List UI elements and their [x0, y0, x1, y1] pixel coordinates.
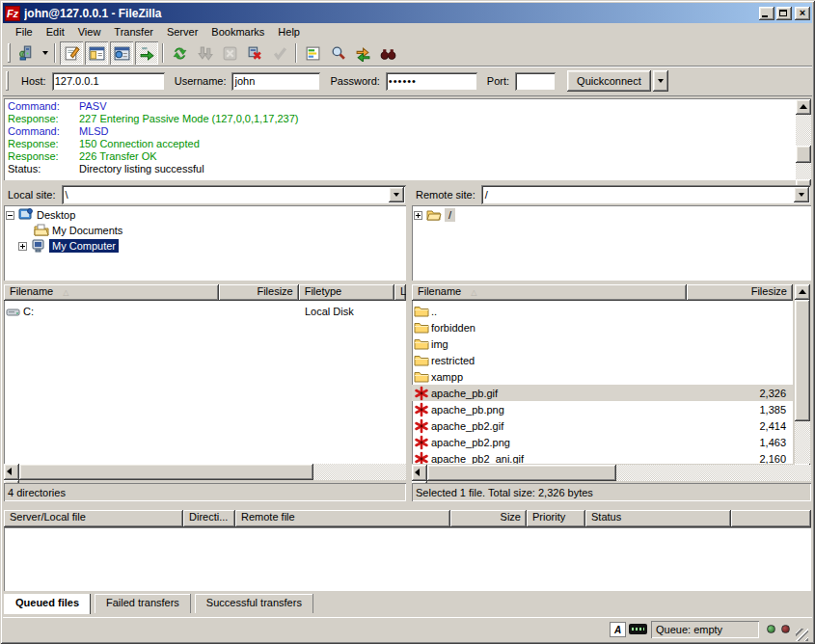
file-row[interactable]: xampp	[412, 368, 793, 385]
close-button[interactable]: ×	[795, 7, 810, 20]
file-name: apache_pb.gif	[431, 388, 498, 399]
file-row[interactable]: apache_pb2_ani.gif 2,160	[412, 450, 793, 464]
log-text: 226 Transfer OK	[79, 150, 157, 162]
menu-edit[interactable]: Edit	[40, 24, 71, 40]
refresh-button[interactable]	[168, 41, 191, 65]
file-row[interactable]: img	[412, 335, 793, 352]
ascii-datatype-icon[interactable]: A	[610, 622, 626, 637]
host-input[interactable]	[52, 72, 165, 91]
file-name: forbidden	[431, 322, 475, 334]
reconnect-button[interactable]	[268, 41, 291, 65]
menu-transfer[interactable]: Transfer	[107, 24, 160, 40]
chevron-down-icon	[658, 79, 664, 86]
remote-horizontal-scrollbar[interactable]	[412, 465, 811, 481]
tree-item-root[interactable]: /	[414, 207, 809, 223]
tree-item-desktop[interactable]: Desktop	[6, 207, 404, 223]
toolbar-separator	[295, 43, 297, 63]
combo-dropdown-button[interactable]	[389, 187, 404, 202]
column-header-direction[interactable]: Directi...	[183, 510, 235, 527]
log-scrollbar[interactable]	[796, 99, 811, 179]
site-manager-dropdown[interactable]	[39, 41, 51, 65]
scroll-up-button[interactable]	[795, 284, 810, 300]
password-label: Password:	[330, 75, 379, 87]
tab-queued-files[interactable]: Queued files	[4, 594, 91, 614]
file-name: apache_pb2.png	[431, 437, 510, 448]
tab-successful-transfers[interactable]: Successful transfers	[195, 594, 313, 613]
file-row[interactable]: ..	[412, 303, 793, 319]
column-header-server-local-file[interactable]: Server/Local file	[4, 510, 183, 527]
site-manager-button[interactable]	[14, 41, 38, 65]
column-header-lastmodified[interactable]: L	[394, 284, 406, 301]
toggle-local-tree-button[interactable]	[85, 41, 108, 65]
remote-file-list: .. forbidden img restricted xampp apache…	[412, 301, 793, 464]
tree-item-my-computer[interactable]: My Computer	[6, 238, 404, 254]
scrollbar-thumb[interactable]	[795, 300, 810, 421]
disconnect-button[interactable]	[243, 41, 266, 65]
column-header-size[interactable]: Size	[450, 510, 527, 527]
local-horizontal-scrollbar[interactable]	[4, 464, 406, 480]
file-row[interactable]: restricted	[412, 352, 793, 368]
quickconnect-button[interactable]: Quickconnect	[567, 70, 651, 92]
column-header-filesize[interactable]: Filesize	[219, 284, 298, 301]
tab-failed-transfers[interactable]: Failed transfers	[95, 594, 191, 613]
cancel-operation-button[interactable]	[218, 41, 241, 65]
file-row[interactable]: forbidden	[412, 319, 793, 335]
local-site-combo[interactable]: \	[62, 185, 406, 204]
column-header-remote-file[interactable]: Remote file	[235, 510, 450, 527]
remote-site-combo[interactable]: /	[481, 185, 811, 204]
combo-dropdown-button[interactable]	[794, 187, 809, 202]
column-header-filesize[interactable]: Filesize	[687, 284, 793, 301]
file-size: 2,414	[701, 420, 786, 432]
remote-status-bar: Selected 1 file. Total size: 2,326 bytes	[412, 483, 811, 501]
file-row-c-drive[interactable]: C: Local Disk	[4, 303, 406, 319]
find-files-button[interactable]	[376, 41, 399, 65]
password-input[interactable]	[386, 72, 477, 91]
file-row[interactable]: apache_pb2.gif 2,414	[412, 417, 793, 434]
menu-file[interactable]: File	[9, 24, 40, 40]
remote-vertical-scrollbar[interactable]	[795, 284, 810, 464]
resize-grip[interactable]	[796, 629, 808, 641]
expand-icon[interactable]	[18, 242, 27, 251]
scrollbar-thumb[interactable]	[19, 464, 313, 480]
collapse-icon[interactable]	[6, 211, 14, 220]
tree-item-my-documents[interactable]: My Documents	[6, 223, 404, 238]
transfer-queue-icon	[139, 45, 155, 62]
filezilla-app-icon[interactable]: Fz	[5, 6, 20, 21]
expand-icon[interactable]	[414, 211, 422, 220]
scrollbar-thumb[interactable]	[427, 465, 616, 481]
menu-bookmarks[interactable]: Bookmarks	[204, 24, 271, 40]
port-input[interactable]	[515, 72, 556, 91]
local-site-label: Local site:	[4, 189, 62, 201]
image-file-icon	[414, 435, 429, 450]
directory-filters-button[interactable]	[301, 41, 324, 65]
scrollbar-thumb[interactable]	[796, 146, 811, 163]
maximize-button[interactable]	[776, 7, 792, 20]
column-header-filetype[interactable]: Filetype	[299, 284, 394, 301]
toggle-transfer-queue-button[interactable]	[135, 41, 158, 65]
menu-view[interactable]: View	[71, 24, 108, 40]
menu-server[interactable]: Server	[160, 24, 204, 40]
menu-help[interactable]: Help	[271, 24, 307, 40]
column-header-priority[interactable]: Priority	[527, 510, 585, 527]
scroll-left-button[interactable]	[4, 464, 19, 480]
transfer-queue-list[interactable]	[4, 527, 811, 591]
remote-status-text: Selected 1 file. Total size: 2,326 bytes	[416, 487, 593, 498]
file-row[interactable]: apache_pb.png 1,385	[412, 401, 793, 417]
process-queue-button[interactable]	[193, 41, 216, 65]
toggle-message-log-button[interactable]	[60, 41, 83, 65]
username-input[interactable]	[231, 72, 320, 91]
folder-icon	[414, 336, 429, 352]
column-header-filename[interactable]: Filename△	[412, 284, 687, 301]
synchronized-browsing-button[interactable]	[351, 41, 374, 65]
scroll-left-button[interactable]	[412, 465, 427, 481]
file-row-selected[interactable]: apache_pb.gif 2,326	[412, 385, 793, 401]
minimize-button[interactable]	[759, 7, 774, 20]
column-header-filename[interactable]: Filename△	[4, 284, 219, 301]
quickconnect-dropdown[interactable]	[653, 70, 668, 92]
toggle-remote-tree-button[interactable]	[110, 41, 133, 65]
file-row[interactable]: apache_pb2.png 1,463	[412, 434, 793, 450]
scroll-up-button[interactable]	[796, 99, 811, 115]
speedlimits-icon[interactable]	[629, 624, 647, 634]
compare-directories-button[interactable]	[326, 41, 349, 65]
column-header-status[interactable]: Status	[585, 510, 731, 527]
